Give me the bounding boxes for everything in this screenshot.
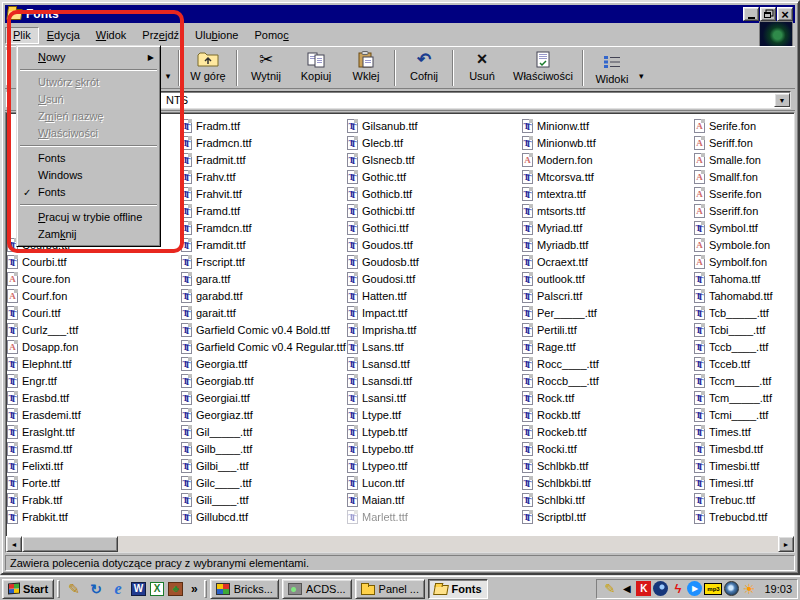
file-item[interactable]: Myriadb.ttf	[522, 236, 588, 253]
file-item[interactable]: Frabk.ttf	[7, 491, 62, 508]
file-item[interactable]: Erasmd.ttf	[7, 440, 72, 457]
file-item[interactable]: Curlz___.ttf	[7, 321, 78, 338]
scrollbar-thumb[interactable]	[22, 536, 118, 552]
file-item[interactable]: Gili____.ttf	[181, 491, 249, 508]
file-item[interactable]: Schlbki.ttf	[522, 491, 585, 508]
file-item[interactable]: Eraslght.ttf	[7, 423, 75, 440]
file-item[interactable]: Goudosb.ttf	[347, 253, 419, 270]
file-item[interactable]: Tcb_____.ttf	[694, 304, 769, 321]
file-item[interactable]: Rockeb.ttf	[522, 423, 587, 440]
file-item[interactable]: garait.ttf	[181, 304, 236, 321]
toolbar-grip[interactable]	[6, 50, 9, 86]
file-item[interactable]: Forte.ttf	[7, 474, 60, 491]
file-item[interactable]: Glsnecb.ttf	[347, 151, 415, 168]
cut-button[interactable]: ✂ Wytnij	[241, 47, 291, 88]
tray-antivirus-k-icon[interactable]	[636, 581, 651, 596]
up-button[interactable]: W górę	[183, 47, 233, 88]
file-item[interactable]: Sserife.fon	[694, 185, 762, 202]
file-item[interactable]: Gothici.ttf	[347, 219, 408, 236]
address-bar-grip[interactable]	[6, 92, 9, 108]
menubar-item-0[interactable]: Plik	[5, 27, 39, 44]
quick-launch-word-icon[interactable]	[131, 582, 146, 596]
quick-launch-internet-explorer-icon[interactable]	[109, 580, 127, 597]
file-item[interactable]: Lsansi.ttf	[347, 389, 406, 406]
quick-launch-overflow-chevron[interactable]: »	[188, 582, 201, 596]
file-item[interactable]: mtextra.ttf	[522, 185, 586, 202]
restore-button[interactable]	[760, 7, 776, 21]
file-item[interactable]: Tcceb.ttf	[694, 355, 750, 372]
file-item[interactable]: Frahv.ttf	[181, 168, 236, 185]
file-item[interactable]: Goudos.ttf	[347, 236, 413, 253]
menubar-item-1[interactable]: Edycja	[39, 27, 88, 44]
views-dropdown-arrow[interactable]	[639, 69, 644, 81]
quick-launch-plant-icon[interactable]	[168, 582, 183, 596]
file-item[interactable]: Gilsanub.ttf	[347, 117, 418, 134]
file-item[interactable]: Felixti.ttf	[7, 457, 63, 474]
file-item[interactable]: Dosapp.fon	[7, 338, 78, 355]
file-item[interactable]: Georgiai.ttf	[181, 389, 250, 406]
file-item[interactable]: Modern.fon	[522, 151, 593, 168]
file-item[interactable]: Tcmi____.ttf	[694, 406, 768, 423]
file-item[interactable]: Ltypeb.ttf	[347, 423, 407, 440]
close-button[interactable]	[777, 7, 793, 21]
file-item[interactable]: Frahvit.ttf	[181, 185, 242, 202]
tray-update-globe-icon[interactable]	[724, 581, 739, 596]
address-dropdown-button[interactable]	[774, 93, 790, 107]
file-item[interactable]: Serife.fon	[694, 117, 756, 134]
file-item[interactable]: outlook.ttf	[522, 270, 585, 287]
file-item[interactable]: Minionwb.ttf	[522, 134, 596, 151]
address-input[interactable]: NTS	[61, 91, 791, 109]
file-item[interactable]: Ltype.ttf	[347, 406, 401, 423]
file-item[interactable]: Rocc____.ttf	[522, 355, 599, 372]
file-item[interactable]: Times.ttf	[694, 423, 751, 440]
task-button-3[interactable]: Fonts	[428, 579, 488, 599]
start-button[interactable]: Start	[2, 579, 54, 599]
file-item[interactable]: Schlbkb.ttf	[522, 457, 588, 474]
file-item[interactable]: Palscri.ttf	[522, 287, 582, 304]
file-item[interactable]: Gilb____.ttf	[181, 440, 252, 457]
file-item[interactable]: Symbole.fon	[694, 236, 770, 253]
delete-button[interactable]: × Usuń	[457, 47, 507, 88]
taskbar-grip[interactable]	[57, 580, 60, 598]
file-item[interactable]: Goudosi.ttf	[347, 270, 415, 287]
file-item[interactable]: Lsans.ttf	[347, 338, 404, 355]
menubar-item-3[interactable]: Przejdź	[134, 27, 187, 44]
file-item[interactable]: Frabkit.ttf	[7, 508, 68, 525]
file-item[interactable]: Courf.fon	[7, 287, 67, 304]
paste-button[interactable]: Wklej	[341, 47, 391, 88]
file-item[interactable]: Tccb____.ttf	[694, 338, 768, 355]
taskbar-grip[interactable]	[204, 580, 207, 598]
file-item[interactable]: Imprisha.ttf	[347, 321, 416, 338]
file-item[interactable]: Rockb.ttf	[522, 406, 580, 423]
file-menu-item[interactable]: Nowy▶	[18, 49, 159, 66]
file-item[interactable]: Erasbd.ttf	[7, 389, 69, 406]
file-item[interactable]: Ltypebo.ttf	[347, 440, 413, 457]
file-item[interactable]: Hatten.ttf	[347, 287, 407, 304]
file-item[interactable]: Georgia.ttf	[181, 355, 247, 372]
copy-button[interactable]: Kopiuj	[291, 47, 341, 88]
file-item[interactable]: Roccb___.ttf	[522, 372, 599, 389]
file-item[interactable]: Rock.ttf	[522, 389, 574, 406]
file-item[interactable]: garabd.ttf	[181, 287, 242, 304]
file-item[interactable]: Schlbkbi.ttf	[522, 474, 591, 491]
tray-messenger-icon[interactable]	[653, 581, 668, 596]
file-item[interactable]: Timesbi.ttf	[694, 457, 759, 474]
task-button-0[interactable]: Bricks...	[210, 579, 279, 599]
quick-launch-excel-icon[interactable]	[150, 582, 164, 596]
file-item[interactable]: Gilc____.ttf	[181, 474, 252, 491]
file-item[interactable]: Frscript.ttf	[181, 253, 245, 270]
tray-mp3-icon[interactable]: mp3	[704, 583, 722, 595]
file-item[interactable]: Framdit.ttf	[181, 236, 246, 253]
tray-sun-icon[interactable]	[741, 581, 756, 596]
file-item[interactable]: Tahoma.ttf	[694, 270, 760, 287]
horizontal-scrollbar[interactable]: ◄ ►	[6, 536, 794, 552]
file-item[interactable]: Elephnt.ttf	[7, 355, 72, 372]
file-menu-item[interactable]: Fonts	[18, 150, 159, 167]
file-item[interactable]: Garfield Comic v0.4 Regular.ttf	[181, 338, 346, 355]
file-item[interactable]: Timesbd.ttf	[694, 440, 763, 457]
file-item[interactable]: Smallf.fon	[694, 168, 758, 185]
file-item[interactable]: Per_____.ttf	[522, 304, 597, 321]
file-item[interactable]: Gothic.ttf	[347, 168, 406, 185]
file-item[interactable]: Ocraext.ttf	[522, 253, 588, 270]
file-item[interactable]: Rage.ttf	[522, 338, 576, 355]
